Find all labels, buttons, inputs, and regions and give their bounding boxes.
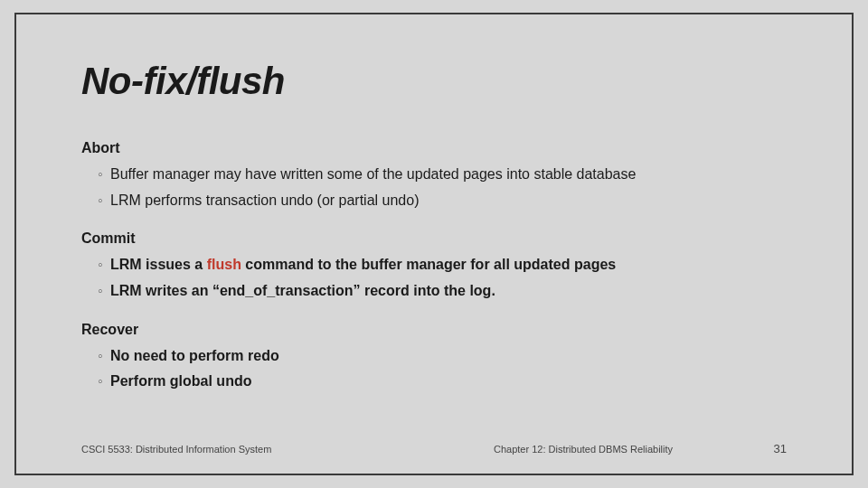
slide-footer: CSCI 5533: Distributed Information Syste… [81, 433, 787, 455]
bullet-text: LRM writes an “end_of_transaction” recor… [110, 280, 787, 303]
section-heading: Commit [81, 228, 787, 250]
slide-content: Abort ◦ Buffer manager may have written … [81, 137, 787, 433]
bullet-item: ◦ LRM issues a flush command to the buff… [81, 254, 787, 277]
bullet-marker-icon: ◦ [98, 254, 110, 277]
bullet-marker-icon: ◦ [98, 164, 110, 186]
bullet-text: No need to perform redo [110, 345, 787, 368]
bullet-item: ◦ Buffer manager may have written some o… [81, 164, 787, 186]
bullet-text-post: command to the buffer manager for all up… [241, 257, 616, 272]
section-commit: Commit ◦ LRM issues a flush command to t… [81, 228, 787, 302]
bullet-marker-icon: ◦ [98, 280, 110, 303]
bullet-text-pre: LRM issues a [110, 257, 207, 272]
section-recover: Recover ◦ No need to perform redo ◦ Perf… [81, 319, 787, 393]
footer-center: Chapter 12: Distributed DBMS Reliability [416, 444, 750, 455]
bullet-text: LRM performs transaction undo (or partia… [110, 190, 787, 212]
bullet-text: Buffer manager may have written some of … [110, 164, 787, 186]
emphasis-flush: flush [207, 257, 241, 272]
slide-title: No-fix/flush [81, 60, 787, 103]
bullet-item: ◦ LRM performs transaction undo (or part… [81, 190, 787, 212]
section-heading: Recover [81, 319, 787, 342]
page-number: 31 [750, 442, 787, 455]
footer-left: CSCI 5533: Distributed Information Syste… [81, 444, 416, 455]
bullet-marker-icon: ◦ [98, 371, 110, 393]
bullet-item: ◦ LRM writes an “end_of_transaction” rec… [81, 280, 787, 303]
bullet-item: ◦ Perform global undo [81, 371, 787, 393]
bullet-marker-icon: ◦ [98, 345, 110, 368]
section-abort: Abort ◦ Buffer manager may have written … [81, 137, 787, 211]
bullet-marker-icon: ◦ [98, 190, 110, 212]
bullet-item: ◦ No need to perform redo [81, 345, 787, 368]
slide-frame: No-fix/flush Abort ◦ Buffer manager may … [14, 13, 854, 475]
bullet-text: Perform global undo [110, 371, 787, 393]
bullet-text: LRM issues a flush command to the buffer… [110, 254, 787, 277]
section-heading: Abort [81, 137, 787, 160]
